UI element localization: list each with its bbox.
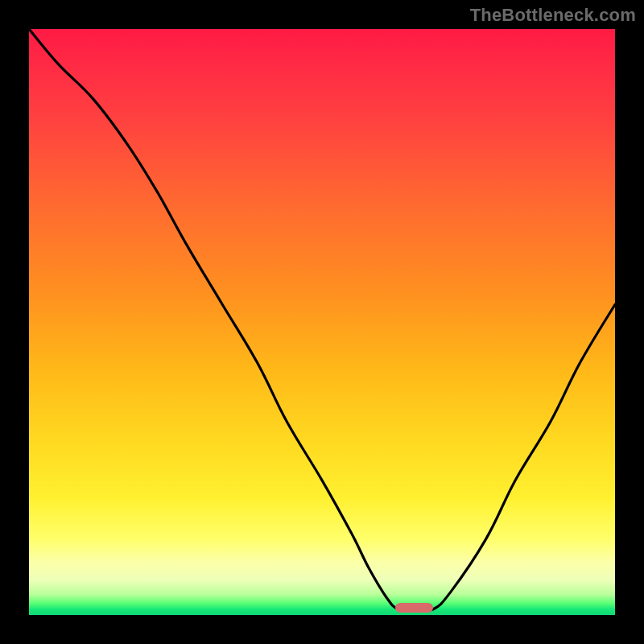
plot-area [29,29,615,615]
bottleneck-curve [29,29,615,615]
sweet-spot-marker [395,603,433,613]
chart-frame: TheBottleneck.com [0,0,644,644]
watermark-text: TheBottleneck.com [470,5,636,26]
